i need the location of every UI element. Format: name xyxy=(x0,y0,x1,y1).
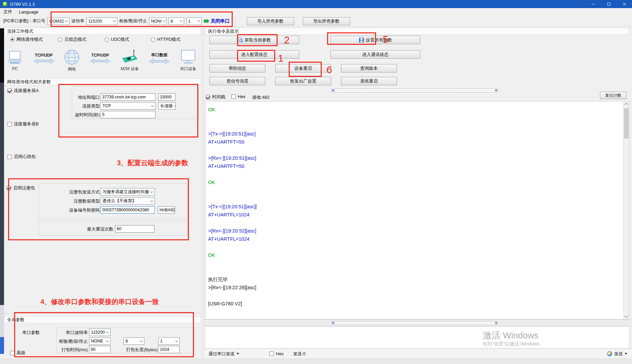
checkbox-icon xyxy=(7,122,12,126)
send-via-serial-dropdown[interactable]: 通过串口发送 xyxy=(208,351,235,357)
signal-strength-button[interactable]: 查信号强度 xyxy=(209,77,265,85)
timestamp-checkbox[interactable]: 时间戳 xyxy=(206,94,225,100)
radio-icon xyxy=(151,37,155,42)
global-baud-select[interactable]: 115200 xyxy=(89,329,111,336)
chevron-down-icon xyxy=(65,19,68,22)
export-params-button[interactable]: 导出所有参数 xyxy=(303,17,350,25)
pack-len-input[interactable]: 1024 xyxy=(158,346,180,353)
databits-select[interactable]: 8 xyxy=(169,18,184,25)
pack-time-input[interactable]: 50 xyxy=(89,346,111,353)
log-hex-checkbox[interactable]: Hex xyxy=(231,94,246,99)
server-b-checkbox[interactable]: 连接服务器B xyxy=(7,121,39,127)
keepalive-select[interactable]: 长连接 xyxy=(158,102,176,110)
system-restart-button[interactable]: 系统重启 xyxy=(341,77,397,85)
server-a-port-input[interactable]: 15000 xyxy=(158,93,176,101)
send-hex-checkbox[interactable]: Hex xyxy=(269,351,284,356)
maximize-button[interactable] xyxy=(601,0,616,8)
app-icon xyxy=(3,2,7,6)
log-line xyxy=(208,186,621,194)
radio-udc-mode[interactable]: UDC模式 xyxy=(105,36,129,42)
diagram-link-3: 串口数据 xyxy=(148,52,170,64)
import-params-button[interactable]: 导入所有参数 xyxy=(247,17,294,25)
factory-reset-button[interactable]: 恢复出厂设置 xyxy=(275,77,331,85)
enter-comm-button[interactable]: 进入通讯状态 xyxy=(331,50,420,59)
diagram-network-node: 网络 xyxy=(64,49,80,72)
reg-send-mode-label: 注册包发送方式 xyxy=(69,189,100,195)
baud-select[interactable]: 115200 xyxy=(86,18,117,25)
log-line: >[Rx<-][19:20:51][asc] xyxy=(208,154,621,162)
register-panel: 注册包发送方式 与服务器建立连接时向服务 注册数据类型 透传云【不推荐】 设备编… xyxy=(38,183,188,219)
log-line xyxy=(208,146,621,154)
annotation-step-1: 1 xyxy=(278,53,284,64)
reset-counter-button[interactable]: 复位计数 xyxy=(600,92,627,99)
close-button[interactable] xyxy=(616,0,632,8)
log-line: 执行完毕 xyxy=(208,275,621,283)
pack-time-label: 打包时间(ms) xyxy=(61,347,88,353)
log-line: AT+UARTFT=50 xyxy=(208,138,621,146)
timeout-input[interactable]: 5 xyxy=(100,111,155,118)
log-vertical-scrollbar[interactable] xyxy=(623,101,629,319)
radio-httpd-mode[interactable]: HTTPD模式 xyxy=(151,36,180,42)
radio-cloud-scada[interactable]: 云组态模式 xyxy=(58,36,86,42)
parity-select[interactable]: NONI xyxy=(149,18,167,25)
scrollbar-thumb[interactable] xyxy=(624,108,629,139)
max-reconnect-input[interactable]: 60 xyxy=(115,225,154,233)
advanced-checkbox[interactable]: 高级 xyxy=(10,350,25,356)
device-password-input[interactable]: HnBA92X xyxy=(158,206,175,214)
global-serial-panel: 串口波特率 115200 检验/数据/停止 NONE 8 1 打包时间(ms) … xyxy=(56,328,195,353)
conn-type-label: 连接类型 xyxy=(82,103,100,109)
checkbox-icon xyxy=(206,95,210,99)
global-databits-select[interactable]: 8 xyxy=(123,337,144,345)
log-line: OK xyxy=(208,105,621,114)
minimize-button[interactable] xyxy=(585,0,601,8)
enter-config-button[interactable]: 进入配置状态 xyxy=(209,50,299,59)
chevron-down-icon xyxy=(174,104,176,107)
send-horizontal-scrollbar[interactable] xyxy=(332,321,498,325)
window-title: G780 V2.1.3 xyxy=(10,2,35,7)
send-input-area[interactable] xyxy=(205,326,629,348)
panel-splitter[interactable] xyxy=(202,27,204,364)
register-checkbox[interactable]: 启用注册包 xyxy=(7,185,35,191)
max-reconnect-label: 最大重连次数 xyxy=(87,226,113,232)
background-window-strip xyxy=(0,337,4,354)
set-all-params-button[interactable]: 设置所有参数 xyxy=(331,36,420,44)
chevron-down-icon xyxy=(163,19,165,22)
query-version-button[interactable]: 查询版本 xyxy=(341,64,397,72)
chevron-down-icon xyxy=(197,19,200,22)
global-stopbits-select[interactable]: 1 xyxy=(158,337,180,345)
log-horizontal-scrollbar[interactable] xyxy=(332,89,498,92)
chevron-down-icon xyxy=(106,339,109,342)
global-parity-select[interactable]: NONE xyxy=(89,337,111,345)
radio-net-transparent[interactable]: 网络透传模式 xyxy=(10,36,43,42)
reg-data-type-select[interactable]: 透传云【不推荐】 xyxy=(100,197,155,205)
scroll-right-arrow-icon xyxy=(495,90,497,92)
scroll-right-arrow-icon xyxy=(495,322,497,324)
log-line xyxy=(208,292,621,300)
server-a-address-input[interactable]: 37739.cnsh.iot-tcp.com xyxy=(100,93,155,101)
server-a-checkbox[interactable]: 连接服务器A xyxy=(7,88,39,94)
log-output[interactable]: OK >[Tx->][19:20:51][asc]AT+UARTFT=50 >[… xyxy=(205,101,629,320)
conn-type-select[interactable]: TCP xyxy=(100,102,155,110)
activate-windows-hint: 转到“设置”以激活 Windows。 xyxy=(483,341,544,347)
baud-label: 波特率 xyxy=(71,18,84,24)
send-button[interactable]: 发送 xyxy=(607,351,627,357)
menu-file[interactable]: 文件 xyxy=(0,9,16,15)
heartbeat-checkbox[interactable]: 启用心跳包 xyxy=(7,154,36,160)
com-port-select[interactable]: COM32 xyxy=(47,18,69,25)
send-toolbar: 通过串口发送 Hex 发送:0 发送 xyxy=(204,348,632,359)
m2m-device-icon xyxy=(120,50,139,65)
log-line xyxy=(208,219,621,227)
help-info-button[interactable]: 帮助信息 xyxy=(209,64,265,72)
device-id-input[interactable]: 00037739000000042080 xyxy=(100,206,155,214)
log-line xyxy=(208,114,621,122)
mode-diagram: PC TCP/UDP 网络 TCP/UDP xyxy=(6,44,197,77)
close-serial-button[interactable]: 关闭串口 xyxy=(211,18,230,24)
menu-language[interactable]: Language xyxy=(16,9,42,14)
chevron-down-icon xyxy=(180,19,182,22)
radio-icon xyxy=(58,37,62,42)
menu-bar: 文件 Language xyxy=(0,8,632,16)
reg-send-mode-select[interactable]: 与服务器建立连接时向服务 xyxy=(100,188,155,195)
stopbits-select[interactable]: 1 xyxy=(186,18,202,25)
log-line: AT+UARTFL=1024 xyxy=(208,211,621,219)
device-restart-button[interactable]: 设备重启 xyxy=(275,64,331,72)
